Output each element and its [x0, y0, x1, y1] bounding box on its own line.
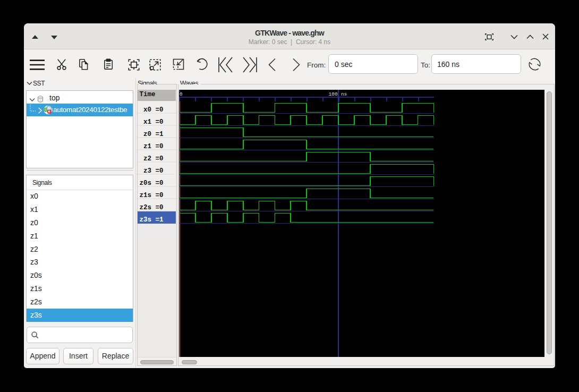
svg-text:0: 0 — [180, 91, 183, 97]
svg-text:ns: ns — [341, 91, 347, 97]
svg-text:100: 100 — [329, 91, 338, 97]
